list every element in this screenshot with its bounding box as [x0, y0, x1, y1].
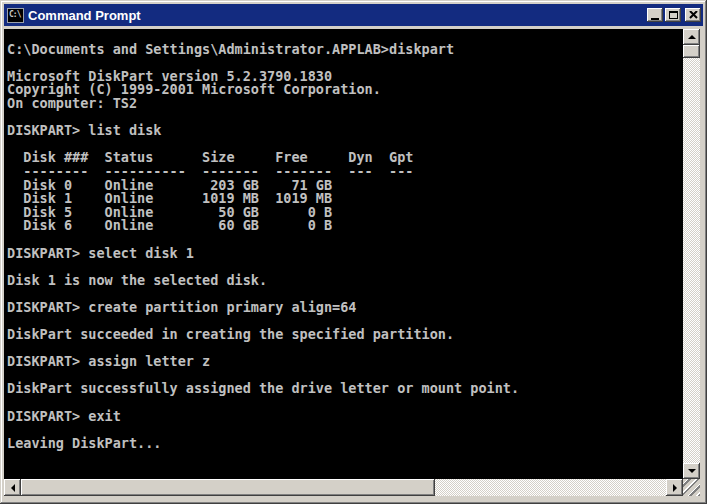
left-arrow-icon — [11, 484, 15, 492]
scroll-right-button[interactable] — [666, 479, 683, 496]
down-arrow-icon — [688, 469, 696, 473]
resize-grip[interactable] — [683, 479, 700, 496]
horizontal-scrollbar-thumb[interactable] — [21, 479, 435, 496]
scroll-up-button[interactable] — [683, 29, 700, 45]
up-arrow-icon — [688, 35, 696, 39]
scroll-left-button[interactable] — [4, 479, 21, 496]
vertical-scrollbar[interactable] — [683, 29, 700, 479]
horizontal-scrollbar[interactable] — [4, 479, 683, 496]
title-bar[interactable]: C:\ Command Prompt — [4, 4, 703, 26]
minimize-icon — [651, 18, 659, 20]
window-controls — [647, 8, 701, 22]
scroll-down-button[interactable] — [683, 463, 700, 479]
cmd-icon-label: C:\ — [8, 11, 20, 19]
close-icon — [689, 11, 698, 19]
cmd-icon[interactable]: C:\ — [7, 8, 24, 23]
vertical-scrollbar-thumb[interactable] — [683, 45, 700, 58]
console-area[interactable]: C:\Documents and Settings\Administrator.… — [4, 29, 683, 479]
console-output: C:\Documents and Settings\Administrator.… — [4, 29, 683, 450]
window-title: Command Prompt — [28, 8, 647, 23]
right-arrow-icon — [673, 484, 677, 492]
maximize-button[interactable] — [665, 8, 681, 22]
command-prompt-window: C:\ Command Prompt C:\Documents and Sett… — [0, 0, 707, 504]
minimize-button[interactable] — [647, 8, 663, 22]
maximize-icon — [669, 11, 678, 19]
close-button[interactable] — [685, 8, 701, 22]
